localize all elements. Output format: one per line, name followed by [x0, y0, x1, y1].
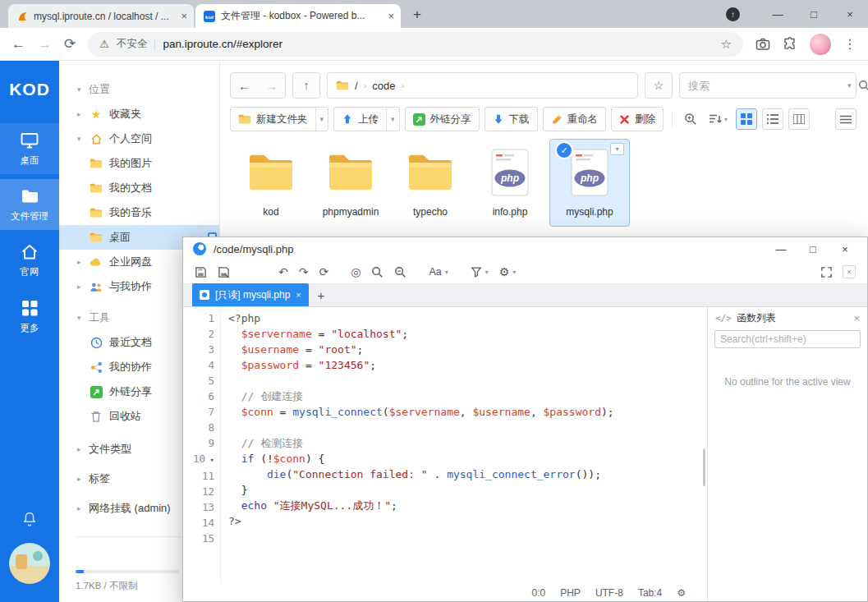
tab-close-icon[interactable]: × [181, 10, 187, 22]
outline-search-input[interactable] [714, 330, 861, 348]
rail-item-desktop[interactable]: 桌面 [0, 123, 59, 174]
new-tab-button[interactable]: + [406, 3, 429, 26]
favorite-path-button[interactable]: ☆ [645, 72, 673, 99]
status-tab-size[interactable]: Tab:4 [638, 587, 662, 599]
tree-item-my-music[interactable]: 我的音乐 [59, 200, 219, 225]
view-grid-button[interactable] [736, 108, 757, 130]
search-scope-caret-icon[interactable]: ▾ [841, 81, 858, 90]
refresh-icon[interactable]: ⟳ [319, 266, 328, 278]
chevron-right-icon[interactable]: ▸ [77, 504, 89, 512]
goto-position-icon[interactable]: ◎ [351, 266, 361, 278]
back-icon[interactable]: ← [11, 37, 25, 51]
security-label[interactable]: 不安全 [117, 37, 148, 51]
browser-menu-icon[interactable]: ⋮ [843, 36, 857, 52]
window-maximize-button[interactable]: □ [796, 8, 832, 21]
sort-button[interactable]: ▾ [705, 113, 731, 125]
editor-close-button[interactable]: × [833, 243, 857, 255]
zoom-button[interactable] [681, 113, 700, 126]
breadcrumb-folder[interactable]: code [372, 80, 395, 92]
status-cursor-position[interactable]: 0:0 [532, 587, 546, 599]
tree-item-favorites[interactable]: ▸ ★ 收藏夹 [59, 102, 219, 126]
upload-button[interactable]: 上传 ▾ [333, 107, 400, 131]
vertical-scrollbar[interactable] [703, 448, 705, 486]
save-all-icon[interactable] [218, 266, 230, 278]
chevron-right-icon[interactable]: ▸ [77, 258, 89, 266]
outline-close-icon[interactable]: × [853, 312, 860, 324]
search-submit-button[interactable] [858, 80, 868, 92]
file-item-phpmyadmin[interactable]: phpmyadmin [311, 140, 390, 226]
editor-new-tab-button[interactable]: + [309, 283, 333, 306]
notifications-bell-icon[interactable] [21, 510, 38, 528]
rail-item-website[interactable]: 官网 [0, 235, 59, 286]
chevron-down-icon[interactable]: ▾ [77, 135, 89, 143]
browser-update-icon[interactable]: ↑ [726, 7, 740, 21]
kod-logo[interactable]: KOD [0, 61, 59, 118]
close-panel-icon[interactable]: × [843, 265, 856, 278]
editor-maximize-button[interactable]: □ [801, 243, 825, 255]
chevron-right-icon[interactable]: ▸ [77, 475, 89, 483]
chevron-down-icon[interactable]: ▾ [315, 108, 328, 131]
share-button[interactable]: 外链分享 [405, 107, 480, 131]
tab-close-icon[interactable]: × [296, 290, 301, 300]
chevron-right-icon[interactable]: ▸ [77, 110, 89, 118]
rail-item-file-manager[interactable]: 文件管理 [0, 179, 59, 230]
chevron-right-icon[interactable]: ▸ [77, 445, 89, 453]
tree-header-location[interactable]: ▾ 位置 [59, 77, 219, 102]
item-menu-caret-icon[interactable]: ▾ [610, 143, 624, 155]
view-list-button[interactable] [762, 108, 783, 130]
user-avatar[interactable] [9, 543, 50, 584]
rename-button[interactable]: 重命名 [543, 107, 607, 131]
nav-back-icon[interactable]: ← [231, 79, 258, 93]
list-settings-button[interactable] [835, 108, 857, 130]
selected-check-icon[interactable]: ✓ [557, 143, 572, 158]
view-columns-button[interactable] [788, 108, 810, 130]
undo-icon[interactable]: ↶ [278, 266, 288, 278]
tree-item-my-documents[interactable]: 我的文档 [59, 176, 219, 200]
browser-tab-mysql[interactable]: mysql.iproute.cn / localhost / ... × [8, 4, 194, 28]
redo-icon[interactable]: ↷ [299, 266, 309, 278]
reload-icon[interactable]: ⟳ [64, 37, 76, 51]
breadcrumb[interactable]: / › code › [327, 72, 638, 99]
url-box[interactable]: ⚠ 不安全 pan.iproute.cn/#explorer ☆ [88, 32, 743, 57]
fullscreen-icon[interactable] [820, 266, 833, 278]
new-folder-button[interactable]: 新建文件夹 ▾ [230, 107, 328, 131]
tree-item-personal-space[interactable]: ▾ 个人空间 [59, 126, 219, 151]
status-encoding[interactable]: UTF-8 [595, 587, 623, 599]
tab-close-icon[interactable]: × [388, 10, 394, 22]
browser-tab-kodbox[interactable]: kod 文件管理 - kodbox - Powered b... × [195, 4, 401, 28]
find-icon[interactable] [371, 266, 383, 278]
delete-button[interactable]: 删除 [611, 107, 664, 131]
url-text[interactable]: pan.iproute.cn/#explorer [163, 38, 713, 50]
tree-item-my-pictures[interactable]: 我的图片 [59, 151, 219, 176]
chevron-right-icon[interactable]: ▸ [77, 283, 89, 291]
window-minimize-button[interactable]: — [760, 8, 796, 21]
search-input[interactable] [680, 80, 841, 92]
filter-tools-button[interactable]: ▾ [471, 266, 489, 278]
nav-forward-icon[interactable]: → [258, 79, 285, 93]
window-close-button[interactable]: × [832, 8, 868, 21]
file-item-info-php[interactable]: php info.php [471, 140, 549, 226]
download-button[interactable]: 下载 [485, 107, 538, 131]
chevron-down-icon[interactable]: ▾ [386, 108, 399, 131]
editor-titlebar[interactable]: /code/mysqli.php — □ × [183, 237, 867, 260]
editor-settings-button[interactable]: ⚙ ▾ [499, 266, 517, 278]
font-size-button[interactable]: Aa ▾ [429, 266, 448, 278]
save-icon[interactable] [195, 266, 207, 278]
capture-extension-icon[interactable] [755, 37, 770, 52]
breadcrumb-root[interactable]: / [355, 80, 358, 92]
extensions-puzzle-icon[interactable] [783, 37, 797, 52]
status-language[interactable]: PHP [560, 587, 581, 599]
file-item-typecho[interactable]: typecho [391, 140, 470, 226]
status-gear-icon[interactable]: ⚙ [677, 587, 686, 599]
replace-icon[interactable] [394, 266, 406, 278]
rail-item-more[interactable]: 更多 [0, 291, 59, 342]
editor-minimize-button[interactable]: — [769, 243, 793, 255]
editor-tab-mysqli[interactable]: [只读] mysqli.php × [192, 283, 309, 306]
file-item-mysqli-php[interactable]: ✓ ▾ php mysqli.php [550, 140, 629, 226]
browser-profile-avatar[interactable] [810, 34, 831, 55]
file-item-kod[interactable]: kod [232, 140, 310, 226]
forward-icon[interactable]: → [38, 37, 52, 51]
go-up-button[interactable]: ↑ [292, 72, 320, 99]
bookmark-star-icon[interactable]: ☆ [721, 37, 732, 52]
code-lines[interactable]: <?php $servername = "localhost"; $userna… [221, 307, 707, 584]
